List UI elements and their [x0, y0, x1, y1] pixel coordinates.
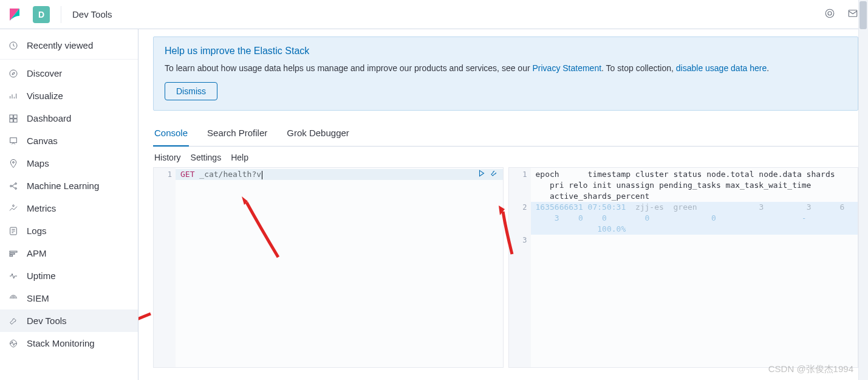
space-badge[interactable]: D	[33, 6, 50, 23]
request-options-icon[interactable]	[490, 169, 498, 179]
sidebar-item-label: Dev Tools	[27, 316, 67, 326]
console-panes: 1 GET _cat/health?v 1 2 3 epoch timesta	[153, 167, 858, 368]
run-request-icon[interactable]	[477, 169, 486, 179]
settings-link[interactable]: Settings	[191, 153, 222, 162]
sidebar-item-label: SIEM	[27, 293, 49, 303]
svg-point-12	[15, 182, 17, 184]
sidebar-item-dev-tools[interactable]: Dev Tools	[0, 309, 138, 332]
help-link[interactable]: Help	[231, 153, 248, 162]
svg-point-14	[13, 205, 15, 207]
svg-point-0	[825, 9, 834, 18]
scrollbar[interactable]	[858, 0, 868, 380]
line-number: 1	[154, 169, 172, 180]
sidebar-item-maps[interactable]: Maps	[0, 152, 138, 174]
svg-point-1	[828, 12, 832, 15]
tab-search-profiler[interactable]: Search Profiler	[206, 122, 268, 147]
disable-usage-link[interactable]: disable usage data here	[676, 63, 767, 73]
sidebar-item-label: Recently viewed	[27, 40, 93, 50]
svg-rect-8	[14, 119, 17, 122]
sidebar-item-label: Canvas	[27, 136, 58, 146]
svg-point-10	[13, 161, 15, 163]
sidebar-item-uptime[interactable]: Uptime	[0, 264, 138, 287]
privacy-statement-link[interactable]: Privacy Statement	[532, 63, 601, 73]
breadcrumb: Dev Tools	[72, 9, 112, 19]
watermark: CSDN @张俊杰1994	[768, 364, 853, 375]
svg-rect-18	[10, 255, 13, 256]
sidebar-item-discover[interactable]: Discover	[0, 62, 138, 85]
sidebar-item-label: APM	[27, 248, 47, 258]
sidebar-item-machine-learning[interactable]: Machine Learning	[0, 174, 138, 197]
line-number: 2	[509, 202, 527, 213]
svg-rect-5	[10, 115, 13, 118]
sidebar-item-recently-viewed[interactable]: Recently viewed	[0, 34, 138, 57]
sidebar-item-label: Discover	[27, 68, 62, 78]
sidebar-item-label: Machine Learning	[27, 181, 99, 191]
line-number: 3	[509, 235, 527, 246]
console-input-pane[interactable]: 1 GET _cat/health?v	[153, 167, 504, 368]
sidebar-item-metrics[interactable]: Metrics	[0, 197, 138, 219]
sidebar-item-apm[interactable]: APM	[0, 242, 138, 264]
svg-rect-16	[10, 251, 17, 252]
svg-rect-17	[10, 253, 15, 254]
main-content: Help us improve the Elastic Stack To lea…	[138, 29, 868, 380]
svg-point-11	[10, 185, 12, 187]
svg-point-4	[10, 70, 17, 77]
sidebar-item-label: Uptime	[27, 271, 56, 281]
sidebar-item-label: Maps	[27, 158, 49, 168]
tab-console[interactable]: Console	[153, 122, 189, 147]
sidebar-item-canvas[interactable]: Canvas	[0, 130, 138, 152]
history-link[interactable]: History	[154, 153, 181, 162]
callout-title: Help us improve the Elastic Stack	[165, 46, 847, 57]
sidebar-item-logs[interactable]: Logs	[0, 219, 138, 242]
callout-text: To learn about how usage data helps us m…	[165, 61, 847, 75]
newsfeed-icon[interactable]	[824, 8, 835, 21]
tab-grok-debugger[interactable]: Grok Debugger	[285, 122, 350, 147]
kibana-logo-icon[interactable]	[7, 7, 22, 22]
sidebar-item-label: Visualize	[27, 91, 63, 101]
svg-rect-9	[10, 137, 17, 142]
top-header: D Dev Tools	[0, 0, 868, 29]
svg-rect-7	[10, 119, 13, 122]
sidebar-item-label: Stack Monitoring	[27, 338, 95, 348]
line-number: 1	[509, 169, 527, 180]
devtools-tabs: Console Search Profiler Grok Debugger	[153, 122, 858, 147]
mail-icon[interactable]	[847, 8, 858, 21]
telemetry-callout: Help us improve the Elastic Stack To lea…	[153, 36, 858, 111]
sidebar-item-siem[interactable]: SIEM	[0, 287, 138, 309]
sidebar-item-label: Dashboard	[27, 113, 71, 123]
dismiss-button[interactable]: Dismiss	[165, 82, 217, 100]
sidebar-item-label: Metrics	[27, 203, 56, 213]
svg-rect-2	[849, 10, 857, 17]
sidebar-item-stack-monitoring[interactable]: Stack Monitoring	[0, 332, 138, 354]
sidebar-item-visualize[interactable]: Visualize	[0, 85, 138, 107]
svg-point-13	[15, 187, 17, 189]
console-submenu: History Settings Help	[153, 147, 858, 167]
sidebar-item-dashboard[interactable]: Dashboard	[0, 107, 138, 130]
svg-rect-6	[14, 115, 17, 118]
sidebar-item-label: Logs	[27, 226, 47, 236]
console-output-pane[interactable]: 1 2 3 epoch timestamp cluster status nod…	[508, 167, 859, 368]
sidebar: Recently viewed Discover Visualize Dashb…	[0, 29, 138, 380]
